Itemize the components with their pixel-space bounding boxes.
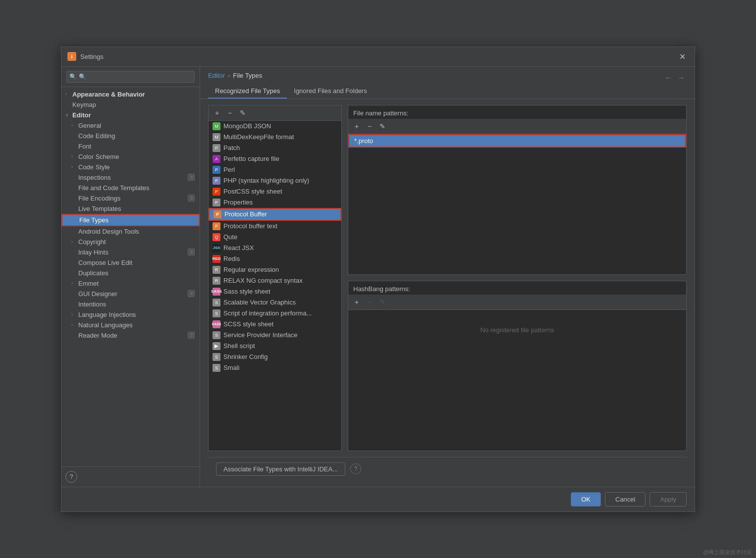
file-item-properties[interactable]: P Properties	[209, 197, 341, 208]
nav-arrows: ← →	[663, 74, 687, 82]
file-item-perl[interactable]: P Perl	[209, 164, 341, 175]
breadcrumb-current: File Types	[233, 72, 262, 79]
associate-help-button[interactable]: ?	[350, 463, 361, 474]
sidebar-item-file-encodings[interactable]: › File Encodings ☰	[61, 193, 200, 203]
file-item-redis[interactable]: RED Redis	[209, 254, 341, 264]
sidebar-item-android-design[interactable]: › Android Design Tools	[61, 226, 200, 237]
file-item-qute[interactable]: Q Qute	[209, 232, 341, 243]
sidebar-item-label: File and Code Templates	[78, 184, 150, 192]
tabs-row: Recognized File Types Ignored Files and …	[208, 84, 687, 99]
file-item-shell[interactable]: ▶ Shell script	[209, 341, 341, 352]
tab-recognized[interactable]: Recognized File Types	[208, 84, 287, 99]
add-file-type-button[interactable]: +	[212, 107, 222, 118]
arrow-icon: ›	[71, 312, 76, 317]
sidebar-item-appearance[interactable]: › Appearance & Behavior	[61, 89, 200, 100]
file-name-patterns-section: File name patterns: + − ✎ *.proto	[348, 105, 687, 275]
sidebar-item-general[interactable]: › General	[61, 120, 200, 131]
file-item-svg[interactable]: S Scalable Vector Graphics	[209, 297, 341, 308]
file-item-protocol-buffer[interactable]: P Protocol Buffer	[209, 208, 341, 221]
file-item-smali[interactable]: S Smali	[209, 362, 341, 373]
sidebar-item-file-types[interactable]: › File Types	[61, 214, 200, 226]
arrow-icon: ›	[71, 322, 76, 327]
sidebar-item-label: Keymap	[72, 101, 96, 108]
no-patterns-label: No registered file patterns	[481, 326, 554, 334]
mongodb-icon: M	[213, 122, 220, 130]
file-types-toolbar: + − ✎	[209, 105, 341, 121]
edit-hashbang-button[interactable]: ✎	[377, 297, 388, 307]
file-item-label: Protocol Buffer	[224, 210, 267, 218]
sidebar-item-code-style[interactable]: › Code Style	[61, 162, 200, 172]
close-button[interactable]: ✕	[676, 51, 689, 62]
smali-icon: S	[213, 364, 220, 372]
sidebar-item-gui-designer[interactable]: › GUI Designer ☰	[61, 289, 200, 299]
back-button[interactable]: ←	[663, 74, 674, 82]
file-item-spi[interactable]: S Service Provider Interface	[209, 330, 341, 341]
file-item-php[interactable]: P PHP (syntax highlighting only)	[209, 175, 341, 186]
pattern-label: *.proto	[354, 137, 373, 145]
sidebar-item-label: Code Editing	[78, 132, 115, 140]
file-item-label: Protocol buffer text	[223, 222, 277, 230]
remove-pattern-button[interactable]: −	[364, 121, 375, 132]
file-item-sass[interactable]: SASS Sass style sheet	[209, 286, 341, 297]
file-item-shrinker[interactable]: S Shrinker Config	[209, 352, 341, 362]
file-name-patterns-toolbar: + − ✎	[348, 119, 686, 134]
sidebar-item-label: Code Style	[78, 163, 110, 171]
pattern-item-proto[interactable]: *.proto	[348, 134, 686, 148]
file-item-perfetto[interactable]: A Perfetto capture file	[209, 153, 341, 164]
file-item-protocol-buffer-text[interactable]: P Protocol buffer text	[209, 221, 341, 232]
sidebar-item-intentions[interactable]: › Intentions	[61, 299, 200, 309]
title-bar-left: i Settings	[67, 52, 104, 61]
remove-file-type-button[interactable]: −	[224, 107, 235, 118]
sidebar-item-font[interactable]: › Font	[61, 141, 200, 152]
scss-icon: SASS	[213, 320, 220, 328]
spi-icon: S	[213, 331, 220, 339]
sidebar-item-inlay-hints[interactable]: › Inlay Hints ☰	[61, 247, 200, 257]
edit-pattern-button[interactable]: ✎	[377, 121, 388, 132]
tab-ignored[interactable]: Ignored Files and Folders	[287, 84, 374, 99]
file-item-postcss[interactable]: P PostCSS style sheet	[209, 186, 341, 197]
file-item-react-jsx[interactable]: JSX React JSX	[209, 243, 341, 254]
sidebar-item-color-scheme[interactable]: › Color Scheme	[61, 152, 200, 162]
sidebar-item-editor[interactable]: ∨ Editor	[61, 110, 200, 120]
file-item-regex[interactable]: R Regular expression	[209, 264, 341, 275]
file-item-script-integration[interactable]: S Script of integration performa...	[209, 308, 341, 319]
sidebar-item-inspections[interactable]: › Inspections ☰	[61, 172, 200, 183]
apply-button[interactable]: Apply	[649, 492, 687, 507]
breadcrumb: Editor › File Types	[208, 72, 262, 79]
file-item-multidex[interactable]: M MultiDexKeepFile format	[209, 132, 341, 143]
settings-dialog: i Settings ✕ 🔍 › Appearance & Behavior	[61, 47, 695, 512]
remove-hashbang-button[interactable]: −	[364, 297, 375, 307]
edit-file-type-button[interactable]: ✎	[237, 107, 248, 118]
sidebar-item-label: Font	[78, 143, 91, 150]
sidebar-item-code-editing[interactable]: › Code Editing	[61, 131, 200, 141]
sidebar-item-duplicates[interactable]: › Duplicates	[61, 268, 200, 278]
cancel-button[interactable]: Cancel	[605, 492, 646, 507]
add-hashbang-button[interactable]: +	[351, 297, 362, 307]
file-item-mongodb[interactable]: M MongoDB JSON	[209, 121, 341, 132]
sidebar-item-compose-live-edit[interactable]: › Compose Live Edit	[61, 257, 200, 268]
watermark: @稀土掘金技术社区	[703, 549, 752, 556]
sidebar-item-emmet[interactable]: › Emmet	[61, 278, 200, 289]
sidebar-item-file-code-templates[interactable]: › File and Code Templates	[61, 183, 200, 193]
file-item-label: React JSX	[223, 244, 254, 252]
sidebar-item-language-injections[interactable]: › Language Injections	[61, 309, 200, 320]
sidebar-item-natural-languages[interactable]: › Natural Languages	[61, 320, 200, 330]
search-input[interactable]	[66, 71, 195, 83]
sidebar-item-keymap[interactable]: › Keymap	[61, 100, 200, 110]
file-item-label: Scalable Vector Graphics	[223, 299, 296, 306]
sidebar-item-label: GUI Designer	[78, 290, 117, 298]
help-button[interactable]: ?	[65, 471, 77, 483]
add-pattern-button[interactable]: +	[351, 121, 362, 132]
file-item-label: Qute	[223, 233, 237, 241]
file-item-scss[interactable]: SASS SCSS style sheet	[209, 319, 341, 330]
file-item-label: MongoDB JSON	[223, 122, 271, 130]
ok-button[interactable]: OK	[571, 492, 601, 507]
sidebar-item-copyright[interactable]: › Copyright	[61, 237, 200, 247]
file-item-patch[interactable]: P Patch	[209, 143, 341, 153]
associate-file-types-button[interactable]: Associate File Types with IntelliJ IDEA.…	[216, 462, 345, 476]
file-item-relax[interactable]: R RELAX NG compact syntax	[209, 275, 341, 286]
sidebar-item-live-templates[interactable]: › Live Templates	[61, 203, 200, 214]
forward-button[interactable]: →	[676, 74, 687, 82]
postcss-icon: P	[213, 188, 220, 196]
sidebar-item-reader-mode[interactable]: › Reader Mode ☰	[61, 330, 200, 341]
